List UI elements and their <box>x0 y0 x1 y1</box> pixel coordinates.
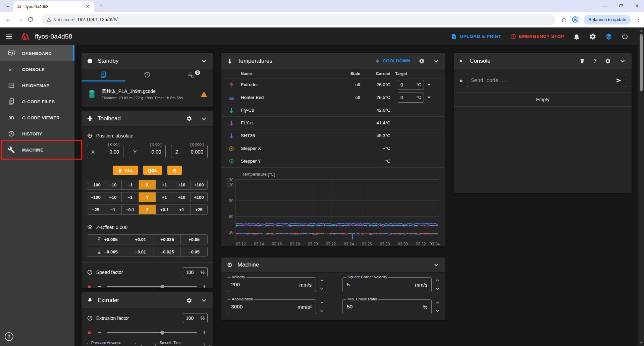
jog-button[interactable]: +25 <box>190 205 207 214</box>
z-offset-up-button[interactable]: +0.05 <box>180 235 207 244</box>
collapse-chevron-icon[interactable] <box>200 57 208 65</box>
stepper-down-icon[interactable] <box>435 286 440 291</box>
jog-button[interactable]: −100 <box>87 192 104 202</box>
jog-button[interactable]: +100 <box>190 192 207 202</box>
jog-button[interactable]: +1 <box>156 192 173 202</box>
heater-bed-target-input[interactable]: °C <box>398 93 424 103</box>
jog-button[interactable]: −25 <box>87 205 104 214</box>
power-icon[interactable] <box>621 33 629 40</box>
back-button[interactable]: ← <box>3 16 13 23</box>
sidebar-item-history[interactable]: HISTORY <box>0 126 74 142</box>
extruder-target-input[interactable]: °C <box>398 80 424 90</box>
jog-button[interactable]: +10 <box>173 192 190 202</box>
jog-button[interactable]: +0.1 <box>156 205 173 214</box>
stepper-up-icon[interactable] <box>319 278 324 283</box>
speed-factor-input[interactable]: 100 % <box>183 267 208 277</box>
motors-off-button[interactable] <box>167 166 182 175</box>
address-bar[interactable]: Not secure 192.168.1.125/m/#/ <box>42 14 555 25</box>
relaunch-to-update-button[interactable]: Relaunch to update <box>584 15 631 24</box>
sidebar-item-console[interactable]: >_ CONSOLE <box>0 61 74 77</box>
acceleration-field[interactable]: Acceleration 3000 mm/s² <box>227 299 316 314</box>
stepper-up-icon[interactable] <box>435 300 440 305</box>
app-logo[interactable] <box>19 32 31 41</box>
extrusion-decrease-button[interactable]: − <box>97 329 103 336</box>
tab-history[interactable] <box>125 69 169 81</box>
temperature-row-fly-c8[interactable]: Fly-C8 42.6°C <box>221 104 445 117</box>
forward-button[interactable]: → <box>15 16 25 23</box>
jog-button[interactable]: +10 <box>173 180 190 189</box>
jog-button[interactable]: +1 <box>173 205 190 214</box>
reload-button[interactable] <box>28 16 38 22</box>
window-maximize-button[interactable] <box>616 3 626 8</box>
slider-thumb[interactable] <box>160 331 164 335</box>
lock-icon[interactable] <box>87 284 92 288</box>
target-dropdown-caret-icon[interactable] <box>427 97 431 98</box>
browser-menu-icon[interactable] <box>636 17 641 22</box>
temperature-row-stepper-x[interactable]: Stepper X −°C <box>221 142 445 155</box>
sidebar-item-machine[interactable]: MACHINE <box>0 142 74 158</box>
speed-factor-slider[interactable] <box>107 286 197 287</box>
browser-tab[interactable]: flyos-0a4d58 ✕ <box>13 1 94 12</box>
smooth-time-field[interactable]: Smooth Time 0.04 s <box>155 343 205 346</box>
target-dropdown-caret-icon[interactable] <box>427 84 431 85</box>
console-settings-gear-icon[interactable] <box>605 58 611 64</box>
collapse-chevron-icon[interactable] <box>433 261 440 269</box>
target-value-input[interactable] <box>400 82 411 88</box>
tab-search-button[interactable] <box>3 1 13 11</box>
x-position-field[interactable]: [ 0.00 ] X 0.00 <box>87 145 123 158</box>
min-cruise-ratio-field[interactable]: Min. Cruise Ratio 50 % <box>342 299 432 314</box>
lock-icon[interactable] <box>87 330 92 335</box>
jog-button[interactable]: −0.1 <box>121 205 139 214</box>
cooldown-button[interactable]: COOLDOWN <box>375 58 411 63</box>
recent-file-row[interactable]: 圆柱体_PLA_1h9m.gcode Filament: 23.83 m / 7… <box>82 82 213 106</box>
pressure-advance-field[interactable]: Pressure Advance 0.05 s <box>87 343 136 346</box>
temperature-row-heater-bed[interactable]: Heater Bed off 26.5°C °C <box>221 91 445 104</box>
window-minimize-button[interactable]: — <box>600 3 610 8</box>
jog-button[interactable]: −1 <box>104 205 121 214</box>
tab-job-queue[interactable]: 0 <box>169 69 213 81</box>
extrusion-factor-slider[interactable] <box>107 332 197 333</box>
jog-button[interactable]: −1 <box>121 192 139 202</box>
interface-settings-gear-icon[interactable] <box>589 33 596 40</box>
bookmark-star-icon[interactable] <box>561 16 567 22</box>
sidebar-item-dashboard[interactable]: DASHBOARD <box>0 45 74 61</box>
tab-recent-files[interactable] <box>82 69 125 81</box>
jog-button[interactable]: −10 <box>104 180 121 189</box>
upload-and-print-button[interactable]: UPLOAD & PRINT <box>451 34 501 40</box>
jog-button[interactable]: −1 <box>121 180 139 189</box>
speed-increase-button[interactable]: + <box>202 283 208 288</box>
slider-thumb[interactable] <box>160 285 164 289</box>
velocity-field[interactable]: Velocity 200 mm/s <box>227 277 316 292</box>
home-all-button[interactable]: ALL <box>113 166 138 175</box>
speed-decrease-button[interactable]: − <box>97 283 103 288</box>
console-help-icon[interactable]: ? <box>593 58 597 64</box>
theme-layers-icon[interactable] <box>605 33 612 40</box>
stepper-up-icon[interactable] <box>435 278 440 283</box>
stepper-down-icon[interactable] <box>435 308 440 313</box>
help-button[interactable]: ? <box>5 332 13 341</box>
console-command-input[interactable] <box>471 77 612 83</box>
y-position-field[interactable]: [ 0.00 ] Y 0.00 <box>129 145 165 158</box>
collapse-chevron-icon[interactable] <box>200 115 208 122</box>
jog-button[interactable]: +1 <box>156 180 173 189</box>
target-value-input[interactable] <box>400 95 411 100</box>
hamburger-menu-icon[interactable] <box>5 33 13 40</box>
scrollbar-thumb[interactable] <box>640 34 643 91</box>
z-position-field[interactable]: [ 0.000 ] Z 0.000 <box>171 145 208 158</box>
extrusion-increase-button[interactable]: + <box>202 329 208 336</box>
scrollbar-down-arrow[interactable]: ▼ <box>640 341 643 344</box>
emergency-stop-button[interactable]: EMERGENCY STOP <box>510 34 564 40</box>
clear-console-trash-icon[interactable] <box>579 58 585 64</box>
z-offset-down-button[interactable]: −0.005 <box>87 247 127 256</box>
temperature-row-fly-pi[interactable]: FLY-π 41.4°C <box>221 117 445 129</box>
z-offset-down-button[interactable]: −0.01 <box>127 247 154 256</box>
temperature-chart[interactable] <box>223 177 441 246</box>
collapse-chevron-icon[interactable] <box>619 57 626 65</box>
z-offset-down-button[interactable]: −0.05 <box>180 247 207 256</box>
jog-button[interactable]: +100 <box>190 180 207 189</box>
new-tab-button[interactable]: + <box>97 2 105 10</box>
tab-close-icon[interactable]: ✕ <box>85 4 91 10</box>
scrollbar-up-arrow[interactable]: ▲ <box>640 29 643 32</box>
jog-button[interactable]: −10 <box>104 192 121 202</box>
stepper-down-icon[interactable] <box>319 308 324 313</box>
